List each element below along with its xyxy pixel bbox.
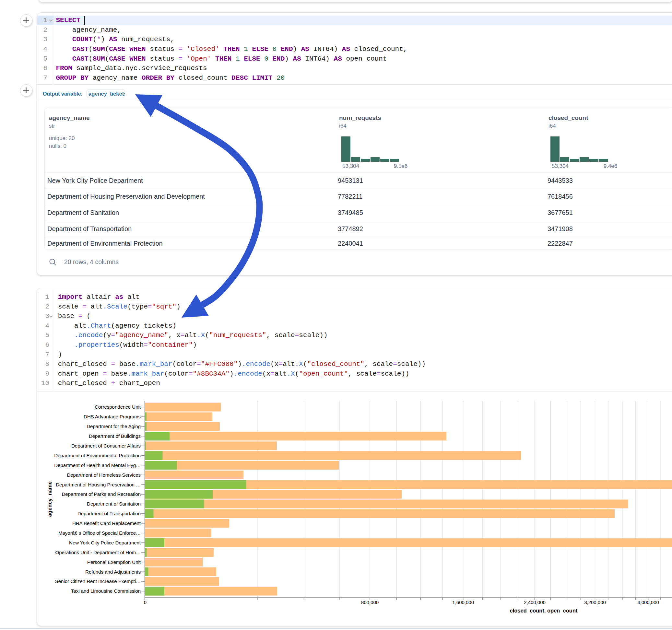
- svg-text:Department of Consumer Affairs: Department of Consumer Affairs: [71, 443, 141, 449]
- svg-text:New York City Police Departmen: New York City Police Department: [69, 540, 141, 546]
- svg-text:Taxi and Limousine Commission: Taxi and Limousine Commission: [71, 588, 141, 594]
- svg-text:800,000: 800,000: [361, 600, 379, 605]
- svg-text:3,200,000: 3,200,000: [584, 600, 606, 605]
- svg-text:Personal Exemption Unit: Personal Exemption Unit: [87, 559, 141, 565]
- svg-text:2,400,000: 2,400,000: [524, 600, 546, 605]
- svg-text:Senior Citizen Rent Increase E: Senior Citizen Rent Increase Exempti…: [55, 579, 141, 584]
- svg-text:DHS Advantage Programs: DHS Advantage Programs: [83, 414, 141, 419]
- svg-text:closed_count, open_count: closed_count, open_count: [510, 608, 578, 613]
- svg-text:Refunds and Adjustments: Refunds and Adjustments: [85, 569, 141, 575]
- svg-text:4,000,000: 4,000,000: [637, 600, 659, 605]
- svg-text:1,600,000: 1,600,000: [452, 600, 474, 605]
- svg-text:Department of Buildings: Department of Buildings: [89, 433, 141, 439]
- svg-text:Department of Housing Preserva: Department of Housing Preservation …: [56, 482, 141, 487]
- svg-text:Department of Health and Menta: Department of Health and Mental Hyg…: [54, 462, 141, 468]
- svg-text:Department of Environmental Pr: Department of Environmental Protection: [54, 453, 141, 458]
- svg-text:Department for the Aging: Department for the Aging: [87, 423, 141, 429]
- svg-text:Department of Transportation: Department of Transportation: [77, 511, 141, 516]
- svg-text:HRA Benefit Card Replacement: HRA Benefit Card Replacement: [72, 520, 141, 526]
- svg-text:Correspondence Unit: Correspondence Unit: [95, 404, 141, 410]
- svg-text:0: 0: [144, 600, 146, 605]
- svg-text:Department of Parks and Recrea: Department of Parks and Recreation: [62, 491, 141, 497]
- svg-text:Operations Unit - Department o: Operations Unit - Department of Hom…: [55, 550, 141, 555]
- svg-text:Department of Sanitation: Department of Sanitation: [87, 501, 141, 507]
- svg-text:agency_name: agency_name: [47, 481, 52, 516]
- svg-text:Mayorâ€ s Office of Special En: Mayorâ€ s Office of Special Enforce…: [58, 530, 141, 536]
- svg-text:Department of Homeless Service: Department of Homeless Services: [67, 472, 141, 478]
